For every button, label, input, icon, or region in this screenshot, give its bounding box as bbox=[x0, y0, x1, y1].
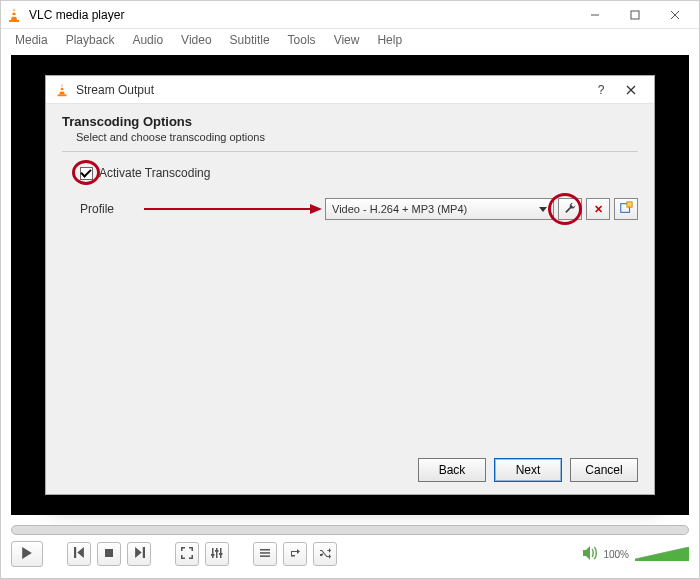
previous-icon bbox=[74, 547, 85, 561]
vlc-cone-icon bbox=[54, 82, 70, 98]
fullscreen-icon bbox=[181, 547, 193, 562]
svg-rect-28 bbox=[215, 550, 219, 552]
profile-selected-value: Video - H.264 + MP3 (MP4) bbox=[332, 203, 467, 215]
svg-rect-10 bbox=[60, 90, 65, 92]
cancel-button[interactable]: Cancel bbox=[570, 458, 638, 482]
svg-marker-18 bbox=[22, 547, 32, 559]
separator bbox=[62, 151, 638, 152]
new-profile-button[interactable] bbox=[614, 198, 638, 220]
svg-rect-27 bbox=[211, 554, 215, 556]
svg-marker-8 bbox=[59, 83, 64, 94]
svg-marker-20 bbox=[77, 547, 84, 558]
speaker-icon bbox=[583, 546, 599, 563]
volume-section: 100% bbox=[583, 542, 689, 566]
close-button[interactable] bbox=[655, 2, 695, 28]
fullscreen-button[interactable] bbox=[175, 542, 199, 566]
section-title: Transcoding Options bbox=[62, 114, 638, 129]
main-titlebar: VLC media player bbox=[1, 1, 699, 29]
profile-select[interactable]: Video - H.264 + MP3 (MP4) bbox=[325, 198, 554, 220]
x-icon: ✕ bbox=[594, 203, 603, 216]
next-icon bbox=[134, 547, 145, 561]
svg-rect-19 bbox=[74, 547, 76, 558]
menubar: Media Playback Audio Video Subtitle Tool… bbox=[1, 29, 699, 51]
svg-rect-32 bbox=[260, 555, 270, 557]
stop-icon bbox=[104, 547, 114, 561]
edit-profile-button[interactable] bbox=[558, 198, 582, 220]
svg-rect-30 bbox=[260, 549, 270, 551]
section-subtitle: Select and choose transcoding options bbox=[76, 131, 638, 143]
dialog-titlebar: Stream Output ? bbox=[46, 76, 654, 104]
svg-rect-9 bbox=[60, 86, 63, 87]
minimize-button[interactable] bbox=[575, 2, 615, 28]
menu-subtitle[interactable]: Subtitle bbox=[222, 31, 278, 49]
extended-settings-button[interactable] bbox=[205, 542, 229, 566]
new-profile-icon bbox=[619, 201, 633, 217]
svg-rect-25 bbox=[216, 548, 218, 558]
next-track-button[interactable] bbox=[127, 542, 151, 566]
menu-playback[interactable]: Playback bbox=[58, 31, 123, 49]
svg-rect-5 bbox=[631, 11, 639, 19]
svg-rect-1 bbox=[12, 11, 16, 13]
window-buttons bbox=[575, 2, 695, 28]
loop-button[interactable] bbox=[283, 542, 307, 566]
activate-transcoding-row: Activate Transcoding bbox=[80, 166, 638, 180]
wrench-icon bbox=[564, 202, 577, 217]
svg-marker-15 bbox=[310, 204, 322, 214]
activate-transcoding-label: Activate Transcoding bbox=[99, 166, 210, 180]
svg-marker-33 bbox=[583, 546, 590, 560]
maximize-button[interactable] bbox=[615, 2, 655, 28]
shuffle-button[interactable] bbox=[313, 542, 337, 566]
svg-marker-22 bbox=[135, 547, 142, 558]
playlist-button[interactable] bbox=[253, 542, 277, 566]
svg-rect-11 bbox=[58, 94, 67, 96]
annotation-arrow bbox=[140, 199, 325, 219]
profile-row: Profile Video - H.264 + MP3 (MP4) bbox=[80, 198, 638, 220]
delete-profile-button[interactable]: ✕ bbox=[586, 198, 610, 220]
dialog-title: Stream Output bbox=[76, 83, 586, 97]
svg-rect-21 bbox=[105, 549, 113, 557]
sliders-icon bbox=[211, 547, 223, 562]
svg-marker-0 bbox=[11, 8, 17, 20]
svg-rect-24 bbox=[212, 548, 214, 558]
svg-rect-17 bbox=[627, 202, 632, 207]
dialog-body: Transcoding Options Select and choose tr… bbox=[46, 104, 654, 230]
video-area: Stream Output ? Transcoding Options Sele… bbox=[11, 55, 689, 515]
menu-help[interactable]: Help bbox=[369, 31, 410, 49]
playlist-icon bbox=[259, 547, 271, 562]
main-window-title: VLC media player bbox=[29, 8, 575, 22]
next-button[interactable]: Next bbox=[494, 458, 562, 482]
dialog-footer: Back Next Cancel bbox=[418, 458, 638, 482]
svg-rect-29 bbox=[219, 553, 223, 555]
vlc-cone-icon bbox=[5, 6, 23, 24]
svg-rect-2 bbox=[11, 15, 16, 17]
volume-text: 100% bbox=[603, 549, 629, 560]
profile-label: Profile bbox=[80, 202, 140, 216]
stream-output-dialog: Stream Output ? Transcoding Options Sele… bbox=[45, 75, 655, 495]
menu-tools[interactable]: Tools bbox=[280, 31, 324, 49]
dialog-help-button[interactable]: ? bbox=[586, 77, 616, 103]
svg-rect-3 bbox=[9, 20, 19, 22]
menu-audio[interactable]: Audio bbox=[124, 31, 171, 49]
shuffle-icon bbox=[319, 547, 331, 562]
svg-marker-35 bbox=[635, 547, 689, 561]
menu-video[interactable]: Video bbox=[173, 31, 219, 49]
previous-button[interactable] bbox=[67, 542, 91, 566]
playback-controls: 100% bbox=[1, 521, 699, 575]
dialog-close-button[interactable] bbox=[616, 77, 646, 103]
activate-transcoding-checkbox[interactable] bbox=[80, 167, 93, 180]
play-button[interactable] bbox=[11, 541, 43, 567]
play-icon bbox=[21, 547, 33, 562]
svg-rect-23 bbox=[142, 547, 144, 558]
mute-button[interactable] bbox=[583, 542, 599, 566]
menu-media[interactable]: Media bbox=[7, 31, 56, 49]
back-button[interactable]: Back bbox=[418, 458, 486, 482]
stop-button[interactable] bbox=[97, 542, 121, 566]
menu-view[interactable]: View bbox=[326, 31, 368, 49]
chevron-down-icon bbox=[539, 207, 547, 212]
svg-rect-31 bbox=[260, 552, 270, 554]
loop-icon bbox=[289, 547, 301, 562]
volume-slider[interactable] bbox=[635, 547, 689, 561]
seek-bar[interactable] bbox=[11, 525, 689, 535]
